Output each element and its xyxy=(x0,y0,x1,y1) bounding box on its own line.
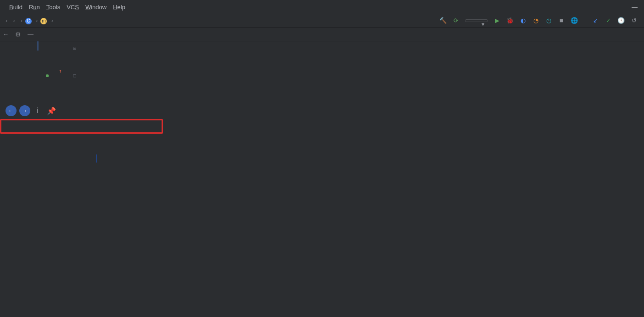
globe-icon[interactable]: 🌐 xyxy=(571,17,578,24)
fold-icon[interactable]: ⊟ xyxy=(62,69,80,83)
line-number xyxy=(0,55,55,69)
stop-icon[interactable]: ■ xyxy=(558,17,565,24)
run-config-select[interactable] xyxy=(465,19,488,22)
menu-help[interactable]: Help xyxy=(113,4,125,11)
menu-vcs[interactable]: VCS xyxy=(67,4,79,11)
git-revert-icon[interactable]: ↺ xyxy=(630,17,638,24)
info-icon[interactable]: i xyxy=(37,107,39,115)
git-update-icon[interactable]: ↙ xyxy=(592,17,599,24)
class-icon: C xyxy=(25,18,32,24)
fold-icon[interactable]: ⊟ xyxy=(62,41,80,55)
nav-bar: › › › C› m› 🔨 ⟳ ▶ 🐞 ◐ ◔ ◷ ■ 🌐 ↙ ✓ 🕓 ↺ xyxy=(0,14,644,28)
next-usage-button[interactable]: → xyxy=(19,105,30,116)
method-name[interactable] xyxy=(96,154,97,163)
run-icon[interactable]: ▶ xyxy=(493,17,501,24)
gauge-icon[interactable]: ◷ xyxy=(545,17,552,24)
gutter-override-icon: ↑ xyxy=(59,64,62,78)
git-history-icon[interactable]: 🕓 xyxy=(617,17,625,24)
search-hint xyxy=(1,122,162,124)
build-icon[interactable]: 🔨 xyxy=(439,17,447,24)
menu-window[interactable]: Window xyxy=(85,4,106,11)
editor-top[interactable]: ↑ ⊟ ⊟ xyxy=(0,41,644,85)
toolbar: 🔨 ⟳ ▶ 🐞 ◐ ◔ ◷ ■ 🌐 ↙ ✓ 🕓 ↺ xyxy=(439,17,641,24)
sub-toolbar: ← ⚙ — xyxy=(0,28,644,41)
coverage-icon[interactable]: ◐ xyxy=(519,17,526,24)
breadcrumb: › › › C› m› xyxy=(3,17,53,24)
pin-icon[interactable]: 📌 xyxy=(47,107,56,115)
editor-bottom[interactable] xyxy=(0,184,644,317)
menu-run[interactable]: Run xyxy=(29,4,40,11)
debug-icon[interactable]: 🐞 xyxy=(506,17,514,24)
crumb-3[interactable]: C xyxy=(25,17,33,24)
gear-icon[interactable]: ⚙ xyxy=(15,31,21,38)
menu-bar: Build Run Tools VCS Window Help — xyxy=(0,0,644,14)
menu-tools[interactable]: Tools xyxy=(46,4,60,11)
collapse-icon[interactable]: — xyxy=(28,31,34,38)
git-commit-icon[interactable]: ✓ xyxy=(605,17,612,24)
usages-popup: ← → i 📌 xyxy=(0,103,644,134)
line-number xyxy=(0,41,55,55)
back-icon[interactable]: ← xyxy=(3,31,9,38)
usages-file-list xyxy=(0,119,163,134)
run-target-icon[interactable]: ⟳ xyxy=(452,17,459,24)
crumb-4[interactable]: m xyxy=(40,17,48,24)
usages-preview xyxy=(168,119,644,122)
gutter-mark-icon xyxy=(46,74,49,77)
profile-icon[interactable]: ◔ xyxy=(532,17,539,24)
menu-build[interactable]: Build xyxy=(9,4,22,11)
window-minimize-icon[interactable]: — xyxy=(628,4,641,11)
method-icon: m xyxy=(40,18,47,24)
line-number: ↑ xyxy=(0,69,55,83)
prev-usage-button[interactable]: ← xyxy=(6,105,17,116)
